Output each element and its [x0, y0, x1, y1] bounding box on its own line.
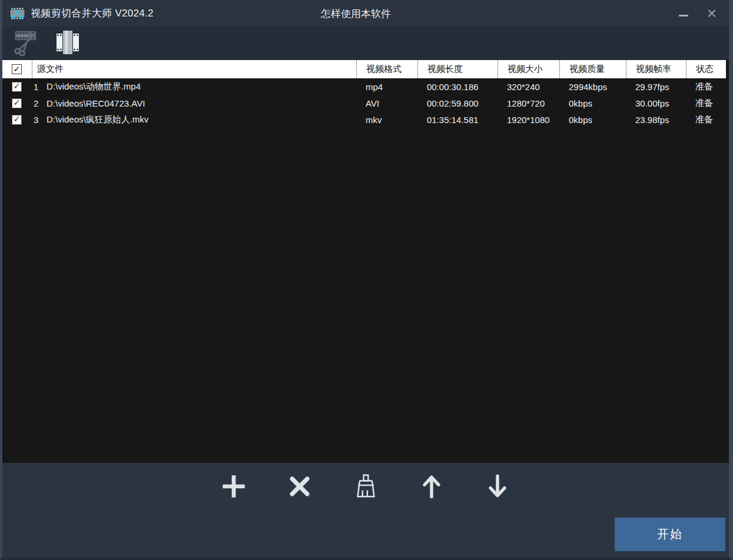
row-size: 1280*720	[497, 98, 559, 108]
column-header-length[interactable]: 视频长度	[417, 60, 497, 78]
row-file-cell: 1 D:\videos\动物世界.mp4	[32, 81, 356, 92]
start-button[interactable]: 开始	[615, 518, 725, 551]
row-quality: 0kbps	[559, 115, 626, 125]
row-file-path: D:\videos\疯狂原始人.mkv	[47, 114, 148, 125]
check-icon: ✓	[14, 82, 21, 90]
column-header-framerate[interactable]: 视频帧率	[626, 60, 686, 78]
row-check-cell: ✓	[2, 82, 32, 92]
row-framerate: 23.98fps	[626, 115, 686, 125]
table-row[interactable]: ✓ 2 D:\videos\REC04723.AVI AVI 00:02:59.…	[2, 95, 729, 111]
row-length: 00:00:30.186	[417, 82, 497, 92]
move-down-button[interactable]	[483, 473, 512, 501]
table-header: ✓ 源文件 视频格式 视频长度 视频大小 视频质量 视频帧率 状态	[2, 60, 729, 78]
row-framerate: 29.97fps	[626, 82, 686, 92]
x-icon	[287, 473, 313, 501]
row-check-cell: ✓	[2, 98, 32, 108]
table-row[interactable]: ✓ 3 D:\videos\疯狂原始人.mkv mkv 01:35:14.581…	[2, 111, 729, 128]
row-status-badge: 准备	[686, 114, 726, 125]
column-header-quality[interactable]: 视频质量	[559, 60, 626, 78]
merge-mode-button[interactable]	[54, 30, 81, 57]
film-cut-scissors-icon	[11, 29, 38, 58]
column-header-size[interactable]: 视频大小	[497, 60, 559, 78]
list-action-toolbar	[2, 463, 729, 501]
window-controls: ×	[677, 0, 719, 26]
row-framerate: 30.00fps	[626, 98, 686, 108]
header-check-cell[interactable]: ✓	[2, 60, 32, 78]
select-all-checkbox[interactable]: ✓	[12, 64, 22, 74]
row-status-badge: 准备	[686, 98, 726, 109]
table-row[interactable]: ✓ 1 D:\videos\动物世界.mp4 mp4 00:00:30.186 …	[2, 78, 729, 95]
row-check-cell: ✓	[2, 115, 32, 125]
app-window: 视频剪切合并大师 V2024.2 怎样使用本软件 ×	[0, 0, 733, 560]
move-up-button[interactable]	[417, 473, 446, 501]
minimize-button[interactable]	[677, 5, 690, 22]
row-index: 2	[34, 98, 47, 108]
row-length: 01:35:14.581	[417, 115, 497, 125]
row-file-path: D:\videos\动物世界.mp4	[47, 81, 141, 92]
column-header-source-file[interactable]: 源文件	[32, 60, 356, 78]
remove-file-button[interactable]	[286, 473, 314, 501]
row-file-path: D:\videos\REC04723.AVI	[47, 98, 145, 108]
row-file-cell: 3 D:\videos\疯狂原始人.mkv	[32, 114, 356, 125]
table-header-row: ✓ 源文件 视频格式 视频长度 视频大小 视频质量 视频帧率 状态	[2, 60, 726, 78]
row-format: mkv	[356, 115, 417, 125]
window-title: 视频剪切合并大师 V2024.2	[31, 6, 154, 20]
check-icon: ✓	[14, 115, 21, 123]
arrow-down-icon	[485, 473, 510, 501]
row-checkbox[interactable]: ✓	[12, 82, 22, 92]
film-scissors-logo-icon	[9, 7, 25, 20]
row-length: 00:02:59.800	[417, 98, 497, 108]
close-button[interactable]: ×	[704, 0, 719, 26]
row-checkbox[interactable]: ✓	[12, 98, 22, 108]
mode-toolbar	[2, 26, 729, 60]
column-header-format[interactable]: 视频格式	[356, 60, 417, 78]
bottom-panel: 开始	[2, 463, 729, 557]
row-quality: 0kbps	[559, 98, 626, 108]
clear-list-button[interactable]	[351, 473, 380, 501]
table-body: ✓ 1 D:\videos\动物世界.mp4 mp4 00:00:30.186 …	[2, 78, 729, 463]
film-merge-icon	[54, 29, 81, 58]
titlebar: 视频剪切合并大师 V2024.2 怎样使用本软件 ×	[2, 0, 729, 26]
cut-mode-button[interactable]	[11, 30, 38, 57]
row-index: 3	[34, 115, 47, 125]
column-header-status[interactable]: 状态	[686, 60, 726, 78]
plus-icon	[220, 473, 247, 502]
help-link[interactable]: 怎样使用本软件	[321, 7, 391, 21]
row-status-badge: 准备	[686, 81, 726, 92]
close-icon: ×	[707, 5, 717, 22]
broom-icon	[352, 473, 379, 502]
check-icon: ✓	[14, 65, 21, 73]
arrow-up-icon	[419, 473, 445, 501]
row-size: 1920*1080	[497, 115, 559, 125]
row-index: 1	[34, 82, 47, 92]
row-file-cell: 2 D:\videos\REC04723.AVI	[32, 98, 356, 108]
row-checkbox[interactable]: ✓	[12, 115, 22, 125]
row-format: mp4	[356, 82, 417, 92]
minimize-icon	[679, 15, 688, 16]
row-quality: 2994kbps	[559, 82, 626, 92]
check-icon: ✓	[14, 98, 21, 107]
row-size: 320*240	[497, 82, 559, 92]
row-format: AVI	[356, 98, 417, 108]
add-file-button[interactable]	[220, 473, 248, 501]
